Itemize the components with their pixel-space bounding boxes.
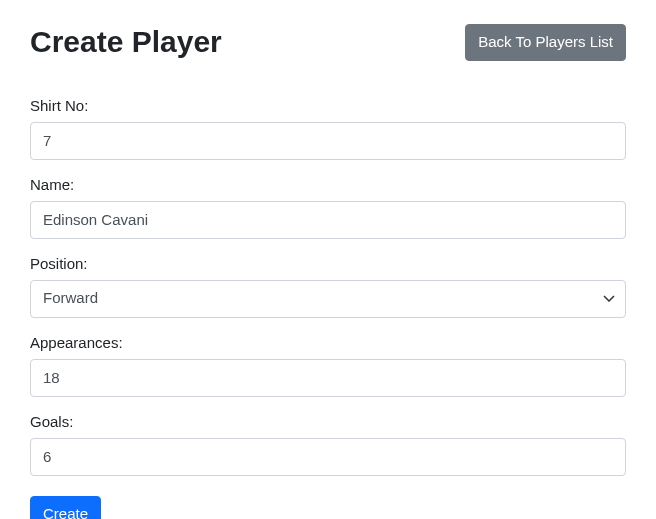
back-to-list-button[interactable]: Back To Players List — [465, 24, 626, 61]
name-input[interactable] — [30, 201, 626, 239]
appearances-input[interactable] — [30, 359, 626, 397]
create-player-form: Shirt No: Name: Position: Forward Appear… — [30, 97, 626, 520]
field-group-goals: Goals: — [30, 413, 626, 476]
form-actions: Create — [30, 496, 626, 520]
field-group-name: Name: — [30, 176, 626, 239]
goals-label: Goals: — [30, 413, 626, 430]
field-group-appearances: Appearances: — [30, 334, 626, 397]
appearances-label: Appearances: — [30, 334, 626, 351]
position-select[interactable]: Forward — [30, 280, 626, 318]
page-title: Create Player — [30, 24, 222, 60]
shirt-no-input[interactable] — [30, 122, 626, 160]
field-group-shirt-no: Shirt No: — [30, 97, 626, 160]
create-button[interactable]: Create — [30, 496, 101, 520]
shirt-no-label: Shirt No: — [30, 97, 626, 114]
name-label: Name: — [30, 176, 626, 193]
page-header: Create Player Back To Players List — [30, 24, 626, 61]
position-label: Position: — [30, 255, 626, 272]
field-group-position: Position: Forward — [30, 255, 626, 318]
goals-input[interactable] — [30, 438, 626, 476]
